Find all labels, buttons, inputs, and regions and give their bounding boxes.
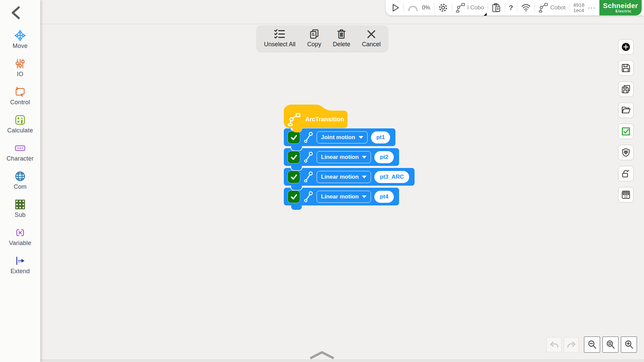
sidebar-item-label: Extend — [10, 268, 30, 275]
svg-text:(x): (x) — [624, 195, 628, 198]
motion-type-dropdown[interactable]: Linear motion — [317, 151, 371, 163]
chevron-down-icon — [362, 195, 367, 198]
checkbox-checked-icon[interactable] — [288, 151, 300, 163]
robot-mode-label: l Cobo — [468, 4, 484, 11]
extend-icon — [14, 255, 26, 266]
help-button[interactable]: ? — [509, 4, 513, 12]
chevron-down-icon — [362, 156, 367, 159]
delete-label: Delete — [333, 41, 350, 48]
divider — [535, 3, 535, 12]
redo-icon — [567, 340, 577, 350]
robot-arm-icon — [539, 3, 549, 13]
gear-icon — [438, 3, 448, 13]
expand-panel-button[interactable] — [309, 351, 335, 360]
sidebar-item-character[interactable]: Character — [0, 138, 40, 166]
copy-icon — [309, 29, 319, 39]
network-button[interactable] — [521, 3, 531, 12]
sidebar-item-extend[interactable]: Extend — [0, 251, 40, 279]
redo-button[interactable] — [564, 337, 579, 352]
more-label: ... — [588, 2, 596, 13]
character-icon — [14, 142, 26, 154]
floppy-save-icon — [621, 63, 631, 73]
copy-button[interactable]: Copy — [305, 29, 323, 48]
add-button[interactable] — [618, 39, 634, 55]
unlock-button[interactable] — [618, 166, 634, 181]
zoom-in-button[interactable] — [621, 337, 637, 353]
motion-block-row[interactable]: Linear motion pt3_ARC — [284, 168, 415, 186]
settings-button[interactable] — [438, 3, 448, 13]
block-program: ArcTransition Joint motion — [284, 104, 415, 207]
save-all-button[interactable] — [618, 81, 634, 97]
zoom-in-icon — [624, 340, 634, 350]
cancel-button[interactable]: Cancel — [360, 29, 383, 48]
app-root: Move IO — [0, 0, 644, 362]
point-name-field[interactable]: pt1 — [371, 131, 390, 143]
com-globe-icon — [14, 171, 26, 182]
sidebar-item-calculate[interactable]: Calculate — [0, 110, 40, 138]
run-button[interactable] — [391, 3, 400, 12]
motion-block-row[interactable]: Linear motion pt2 — [284, 148, 399, 166]
sidebar-item-label: Variable — [9, 240, 31, 247]
help-label: ? — [509, 4, 513, 12]
sidebar-item-label: Sub — [15, 212, 26, 219]
robot-arm-icon — [456, 3, 466, 13]
copy-label: Copy — [307, 41, 321, 48]
sidebar-item-label: Character — [7, 155, 34, 162]
motion-block-row[interactable]: Linear motion pt4 — [284, 188, 399, 205]
checklist-icon — [274, 29, 285, 39]
cobot-button[interactable]: Cobot — [539, 3, 566, 13]
point-name-field[interactable]: pt4 — [374, 191, 394, 203]
divider — [452, 3, 452, 12]
io-sliders-icon — [14, 58, 26, 69]
divider — [404, 3, 404, 12]
watch-variable-button[interactable]: (x) — [618, 187, 634, 202]
unselect-all-button[interactable]: Unselect All — [262, 29, 298, 48]
sidebar-item-sub[interactable]: Sub — [0, 194, 40, 223]
play-icon — [391, 3, 400, 12]
selection-toolbar: Unselect All Copy Delete — [257, 25, 388, 52]
brand-logo[interactable]: Schneider Electric — [599, 0, 642, 15]
sidebar-item-com[interactable]: Com — [0, 166, 40, 194]
motion-type-dropdown[interactable]: Linear motion — [317, 171, 371, 183]
zoom-reset-button[interactable] — [602, 337, 619, 353]
check-square-icon — [621, 127, 631, 136]
cobot-label: Cobot — [550, 4, 566, 11]
bottom-scroll-strip[interactable] — [40, 360, 644, 362]
save-button[interactable] — [618, 60, 634, 76]
point-name-field[interactable]: pt2 — [374, 151, 394, 163]
robot-mode-button[interactable]: l Cobo — [456, 3, 484, 13]
more-button[interactable]: ... — [588, 2, 596, 13]
move-icon — [14, 30, 26, 41]
sidebar-item-label: Calculate — [7, 127, 33, 134]
sidebar-item-label: Com — [14, 183, 27, 190]
version-line2: 1ec4 — [573, 8, 584, 13]
debug-button[interactable] — [618, 145, 634, 160]
motion-type-dropdown[interactable]: Linear motion — [317, 191, 371, 203]
version-line1: 4918 — [573, 2, 584, 8]
delete-button[interactable]: Delete — [331, 29, 352, 48]
sidebar-item-control[interactable]: Control — [0, 82, 40, 110]
arc-transition-block[interactable]: ArcTransition — [284, 104, 347, 133]
validate-button[interactable] — [618, 124, 634, 139]
log-clipboard-button[interactable] — [492, 3, 501, 13]
robot-arm-icon — [288, 113, 302, 127]
variable-icon — [14, 227, 26, 238]
plus-circle-icon — [621, 42, 631, 52]
sidebar-item-io[interactable]: IO — [0, 54, 40, 82]
motion-type-label: Linear motion — [321, 193, 359, 200]
sidebar-item-variable[interactable]: Variable — [0, 223, 40, 251]
back-button[interactable] — [10, 5, 26, 21]
open-folder-icon — [621, 106, 631, 115]
open-project-button[interactable] — [618, 103, 634, 118]
checkbox-checked-icon[interactable] — [288, 171, 300, 183]
zoom-out-button[interactable] — [584, 337, 600, 353]
control-loop-icon — [14, 86, 26, 98]
unlock-icon — [621, 169, 631, 178]
sidebar-item-label: Control — [10, 99, 30, 106]
motion-type-label: Linear motion — [321, 154, 359, 161]
checkbox-checked-icon[interactable] — [288, 191, 300, 203]
undo-button[interactable] — [546, 337, 561, 352]
sidebar-item-move[interactable]: Move — [0, 25, 40, 54]
point-name-field[interactable]: pt3_ARC — [374, 171, 409, 183]
chevron-down-icon — [359, 136, 363, 139]
